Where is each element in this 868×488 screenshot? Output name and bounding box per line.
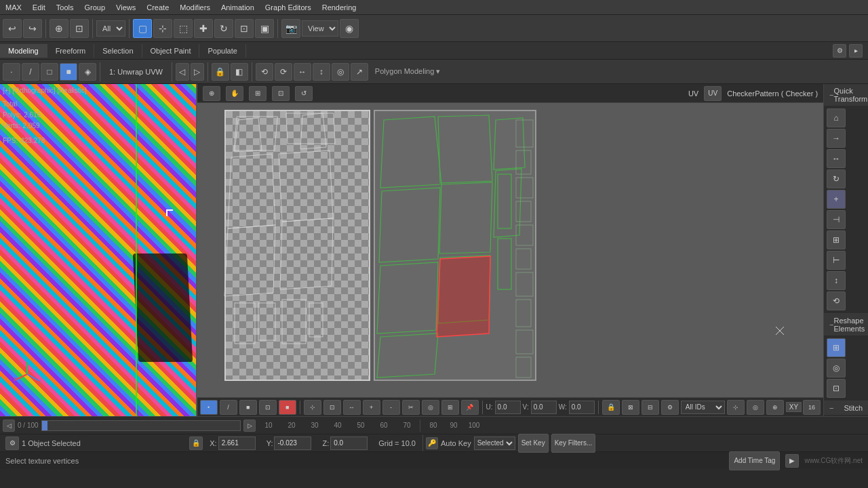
rotate-left[interactable]: ⟲: [256, 63, 273, 81]
qt-align-left[interactable]: ⊣: [827, 210, 846, 229]
mirror-btn[interactable]: ▣: [255, 19, 274, 38]
uv-mode-btn[interactable]: UV: [704, 86, 722, 101]
re-relax[interactable]: ◎: [827, 359, 846, 378]
uv-break-btn[interactable]: ✂: [402, 400, 420, 415]
uv-move-mode[interactable]: ■: [279, 400, 296, 415]
uv-pan-btn[interactable]: ✋: [226, 86, 243, 101]
menu-rendering[interactable]: Rendering: [317, 2, 362, 13]
uv-scale-btn[interactable]: ⊡: [323, 400, 341, 415]
timeline-next[interactable]: ▷: [243, 420, 256, 432]
uv-mode-icon[interactable]: ⊹: [727, 400, 745, 415]
uv-freeform-btn[interactable]: ⊹: [304, 400, 321, 415]
menu-modifiers[interactable]: Modifiers: [174, 2, 216, 13]
key-filters-btn[interactable]: Key Filters...: [551, 434, 596, 453]
selected-select[interactable]: Selected: [474, 436, 515, 450]
edge-mode[interactable]: /: [22, 63, 39, 81]
menu-max[interactable]: MAX: [0, 2, 27, 13]
quick-transform-header[interactable]: − Quick Transform: [824, 84, 868, 106]
uv-filter-btn[interactable]: ⊟: [642, 400, 659, 415]
qt-align-center[interactable]: ⊞: [827, 230, 846, 249]
uv-vert-mode[interactable]: •: [200, 400, 218, 415]
uv-viewport-area[interactable]: [197, 103, 823, 397]
w-input[interactable]: [569, 401, 595, 414]
transform-btn[interactable]: ✚: [194, 19, 213, 38]
uv-extra-2[interactable]: ⊕: [766, 400, 784, 415]
select-region-tool[interactable]: ⊡: [70, 19, 89, 38]
qt-align-right[interactable]: ⊢: [827, 251, 846, 270]
uv-snap-grid[interactable]: ⊞: [441, 400, 459, 415]
camera-btn[interactable]: 📷: [281, 19, 300, 38]
uv-snap-btn[interactable]: ⊡: [272, 86, 290, 101]
uv-extra-1[interactable]: ◎: [747, 400, 764, 415]
uv-num[interactable]: 16: [803, 400, 821, 415]
qt-rotate-ccw[interactable]: ⟲: [827, 291, 846, 310]
scale-btn[interactable]: ⊡: [235, 19, 254, 38]
tab-object-paint[interactable]: Object Paint: [142, 44, 200, 58]
nav-next[interactable]: ▷: [191, 63, 204, 81]
set-key-btn[interactable]: Set Key: [518, 434, 549, 453]
uv-loop-btn[interactable]: ↺: [295, 86, 313, 101]
rotate-right[interactable]: ⟳: [275, 63, 292, 81]
uv-poly-mode[interactable]: ■: [239, 400, 257, 415]
key-icon[interactable]: 🔑: [426, 437, 438, 449]
tab-selection[interactable]: Selection: [94, 44, 142, 58]
expand-panel[interactable]: ↗: [351, 63, 368, 81]
menu-views[interactable]: Views: [111, 2, 141, 13]
qt-flip-v[interactable]: ↕: [827, 271, 846, 290]
select-tool[interactable]: ⊕: [50, 19, 68, 38]
menu-create[interactable]: Create: [141, 2, 174, 13]
qt-arrow[interactable]: →: [827, 129, 846, 148]
uv-weld-btn[interactable]: ◎: [422, 400, 439, 415]
timeline-track[interactable]: [41, 420, 241, 431]
qt-rotate-cw[interactable]: ↻: [827, 169, 846, 188]
poly-mode[interactable]: ■: [60, 63, 77, 81]
sub-btn-5[interactable]: ◎: [332, 63, 349, 81]
tab-freeform[interactable]: Freeform: [47, 44, 95, 58]
qt-flip[interactable]: ↔: [827, 149, 846, 168]
redo-button[interactable]: ↪: [23, 19, 42, 38]
rect-select-btn[interactable]: ⬚: [174, 19, 193, 38]
uv-pin-btn[interactable]: 📌: [461, 400, 479, 415]
move-btn[interactable]: ⊹: [153, 19, 172, 38]
left-viewport[interactable]: [+] [Orthographic] [Realistic] Total Pol…: [0, 84, 197, 416]
flip-h[interactable]: ↔: [294, 63, 311, 81]
select-btn[interactable]: ▢: [133, 19, 152, 38]
filter-select[interactable]: All: [96, 20, 125, 37]
status-icon1[interactable]: ⚙: [5, 436, 19, 450]
v-input[interactable]: [531, 401, 557, 414]
uv-select-mode[interactable]: ⊡: [259, 400, 277, 415]
stitch-header[interactable]: − Stitch: [824, 401, 868, 415]
border-mode[interactable]: □: [41, 63, 58, 81]
uv-lock-btn[interactable]: 🔒: [602, 400, 620, 415]
menu-group[interactable]: Group: [79, 2, 111, 13]
menu-animation[interactable]: Animation: [216, 2, 260, 13]
add-time-tag-btn[interactable]: Add Time Tag: [729, 451, 780, 470]
nav-prev[interactable]: ◁: [176, 63, 189, 81]
timeline-prev[interactable]: ◁: [3, 420, 15, 432]
menu-graph-editors[interactable]: Graph Editors: [260, 2, 317, 13]
uv-panel[interactable]: ⊕ ✋ ⊞ ⊡ ↺ UV UV CheckerPattern ( Checker…: [197, 84, 823, 416]
rotate-btn[interactable]: ↻: [214, 19, 233, 38]
u-input[interactable]: [495, 401, 521, 414]
qt-add[interactable]: +: [827, 190, 846, 209]
render-btn[interactable]: ◉: [340, 19, 359, 38]
re-grid[interactable]: ⊞: [827, 338, 846, 357]
element-mode[interactable]: ◈: [79, 63, 96, 81]
menu-tools[interactable]: Tools: [51, 2, 79, 13]
lock-toggle[interactable]: 🔒: [189, 436, 203, 450]
tab-populate[interactable]: Populate: [199, 44, 245, 58]
qt-home[interactable]: ⌂: [827, 108, 846, 127]
uv-select-shrink[interactable]: -: [382, 400, 400, 415]
all-ids-select[interactable]: All IDs: [681, 401, 725, 414]
expand-icon[interactable]: ▸: [849, 44, 863, 58]
reshape-elements-header[interactable]: − Reshape Elements: [824, 314, 868, 336]
tab-modeling[interactable]: Modeling: [0, 44, 47, 58]
uv-select-all[interactable]: ⊠: [622, 400, 639, 415]
lock-btn[interactable]: 🔒: [212, 63, 229, 81]
uv-zoom-btn[interactable]: ⊕: [203, 86, 220, 101]
uv-edge-mode[interactable]: /: [220, 400, 237, 415]
menu-edit[interactable]: Edit: [27, 2, 51, 13]
re-flatten[interactable]: ⊡: [827, 379, 846, 398]
uv-settings-btn[interactable]: ⚙: [661, 400, 679, 415]
flip-v[interactable]: ↕: [313, 63, 330, 81]
